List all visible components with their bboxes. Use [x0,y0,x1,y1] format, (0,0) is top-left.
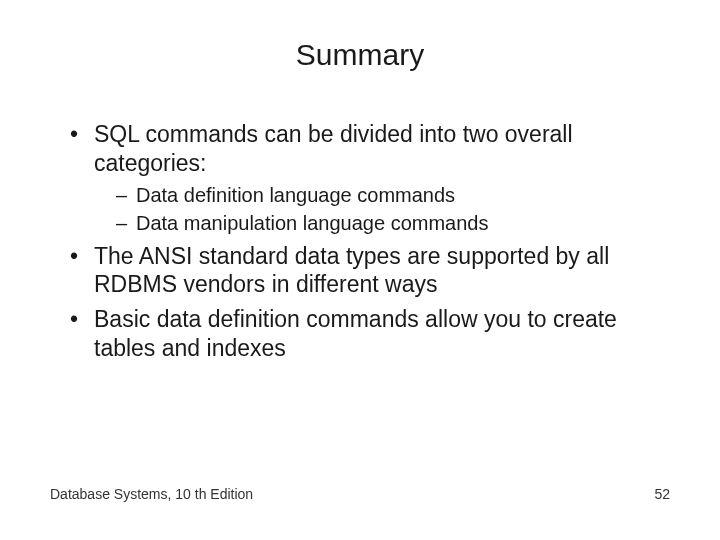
bullet-item: SQL commands can be divided into two ove… [70,120,670,236]
sub-bullet-list: Data definition language commands Data m… [94,182,670,236]
sub-bullet-text: Data definition language commands [136,184,455,206]
footer-page-number: 52 [654,486,670,502]
slide-body: SQL commands can be divided into two ove… [50,120,670,363]
slide-title: Summary [50,38,670,72]
slide: Summary SQL commands can be divided into… [0,0,720,540]
bullet-item: The ANSI standard data types are support… [70,242,670,300]
sub-bullet-item: Data definition language commands [116,182,670,208]
footer-left: Database Systems, 10 th Edition [50,486,253,502]
bullet-list: SQL commands can be divided into two ove… [70,120,670,363]
bullet-text: SQL commands can be divided into two ove… [94,121,573,176]
sub-bullet-item: Data manipulation language commands [116,210,670,236]
sub-bullet-text: Data manipulation language commands [136,212,488,234]
bullet-item: Basic data definition commands allow you… [70,305,670,363]
slide-footer: Database Systems, 10 th Edition 52 [50,486,670,502]
bullet-text: Basic data definition commands allow you… [94,306,617,361]
bullet-text: The ANSI standard data types are support… [94,243,609,298]
